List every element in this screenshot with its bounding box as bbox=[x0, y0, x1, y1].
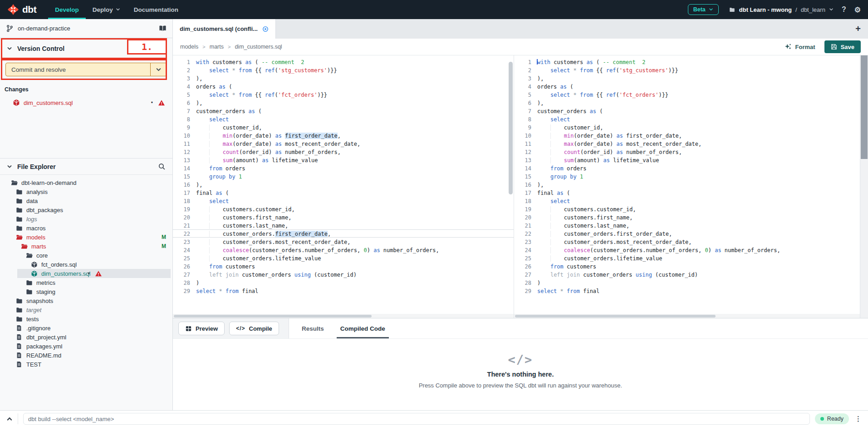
code-line[interactable]: 8 select bbox=[514, 115, 860, 123]
tree-item-tests[interactable]: tests bbox=[0, 314, 172, 323]
unsaved-indicator-icon[interactable] bbox=[262, 26, 269, 32]
code-line[interactable]: 28) bbox=[514, 278, 860, 287]
code-line[interactable]: 1with customers as ( -- comment 2 bbox=[173, 58, 514, 66]
chevron-up-icon[interactable] bbox=[6, 416, 13, 422]
tree-item-staging[interactable]: staging bbox=[0, 287, 172, 296]
code-line[interactable]: 2 select * from {{ ref('stg_customers')}… bbox=[514, 66, 860, 74]
left-pane-hscrollbar[interactable] bbox=[173, 314, 514, 318]
version-control-header[interactable]: Version Control bbox=[0, 38, 172, 59]
format-button[interactable]: Format bbox=[785, 43, 815, 50]
compile-button[interactable]: </> Compile bbox=[229, 322, 279, 335]
hscroll-thumb[interactable] bbox=[174, 315, 372, 318]
tab-dim-customers[interactable]: dim_customers.sql (confli... bbox=[173, 19, 276, 39]
tree-item-TEST[interactable]: TEST bbox=[0, 360, 172, 369]
overview-ruler[interactable] bbox=[860, 55, 868, 318]
code-line[interactable]: 29select * from final bbox=[514, 287, 860, 295]
code-line[interactable]: 18 select bbox=[173, 197, 514, 205]
tree-item-dbt_project.yml[interactable]: dbt_project.yml bbox=[0, 333, 172, 342]
code-line[interactable]: 28) bbox=[173, 278, 514, 287]
code-line[interactable]: 10 min(order_date) as first_order_date, bbox=[514, 131, 860, 139]
tree-item-metrics[interactable]: metrics bbox=[0, 278, 172, 287]
nav-documentation[interactable]: Documentation bbox=[127, 0, 185, 19]
code-line[interactable]: 24 coalesce(customer_orders.number_of_or… bbox=[173, 246, 514, 254]
tab-results[interactable]: Results bbox=[302, 318, 324, 338]
tree-item-dbt-learn-on-demand[interactable]: dbt-learn-on-demand bbox=[0, 178, 172, 187]
code-line[interactable]: 19 customers.customer_id, bbox=[514, 205, 860, 213]
code-line[interactable]: 12 count(order_id) as number_of_orders, bbox=[514, 148, 860, 156]
code-line[interactable]: 7customer_orders as ( bbox=[514, 107, 860, 115]
help-icon[interactable]: ? bbox=[842, 5, 846, 14]
code-line[interactable]: 21 customers.last_name, bbox=[173, 221, 514, 229]
code-line[interactable]: 12 count(order_id) as number_of_orders, bbox=[173, 148, 514, 156]
editor-pane-left[interactable]: 1with customers as ( -- comment 22 selec… bbox=[173, 55, 514, 318]
right-pane-hscrollbar[interactable] bbox=[514, 314, 860, 318]
nav-develop[interactable]: Develop bbox=[48, 0, 86, 19]
code-line[interactable]: 19 customers.customer_id, bbox=[173, 205, 514, 213]
code-line[interactable]: 27 left join customer_orders using (cust… bbox=[173, 270, 514, 278]
tree-item-marts[interactable]: martsM bbox=[0, 242, 172, 251]
tree-item-dbt_packages[interactable]: dbt_packages bbox=[0, 205, 172, 214]
code-line[interactable]: 4orders as ( bbox=[173, 82, 514, 90]
hscroll-thumb[interactable] bbox=[515, 315, 716, 318]
branch-row[interactable]: on-demand-practice bbox=[0, 19, 172, 38]
preview-button[interactable]: Preview bbox=[178, 322, 225, 335]
command-input[interactable] bbox=[23, 413, 810, 425]
code-line[interactable]: 24 coalesce(customer_orders.number_of_or… bbox=[514, 246, 860, 254]
code-line[interactable]: 29select * from final bbox=[173, 287, 514, 295]
file-explorer-header[interactable]: File Explorer bbox=[0, 159, 172, 175]
tree-item-analysis[interactable]: analysis bbox=[0, 187, 172, 196]
editor-pane-right[interactable]: 1with customers as ( -- comment 22 selec… bbox=[514, 55, 860, 318]
code-line[interactable]: 14 from orders bbox=[514, 164, 860, 172]
tree-item-models[interactable]: modelsM bbox=[0, 233, 172, 242]
code-line[interactable]: 9 customer_id, bbox=[173, 123, 514, 131]
overview-ruler-thumb[interactable] bbox=[861, 55, 868, 159]
save-button[interactable]: Save bbox=[824, 40, 861, 53]
tree-item-data[interactable]: data bbox=[0, 196, 172, 205]
tree-item-snapshots[interactable]: snapshots bbox=[0, 296, 172, 305]
code-line[interactable]: 17final as ( bbox=[173, 189, 514, 197]
code-line[interactable]: 25 customer_orders.lifetime_value bbox=[514, 254, 860, 262]
tree-item-macros[interactable]: macros bbox=[0, 223, 172, 233]
code-line[interactable]: 11 max(order_date) as most_recent_order_… bbox=[173, 139, 514, 148]
kebab-menu-icon[interactable]: ⋮ bbox=[855, 415, 862, 423]
code-line[interactable]: 3), bbox=[514, 74, 860, 82]
left-pane-scrollbar[interactable] bbox=[509, 62, 513, 194]
tree-item-dim_customers.sql[interactable]: dim_customers.sql• bbox=[0, 269, 172, 278]
code-line[interactable]: 6), bbox=[173, 99, 514, 107]
search-icon[interactable] bbox=[158, 163, 166, 170]
commit-and-resolve-button[interactable]: Commit and resolve bbox=[5, 63, 167, 76]
code-line[interactable]: 16), bbox=[173, 180, 514, 189]
code-line[interactable]: 3), bbox=[173, 74, 514, 82]
code-line[interactable]: 23 customer_orders.most_recent_order_dat… bbox=[173, 238, 514, 246]
tree-item-packages.yml[interactable]: packages.yml bbox=[0, 342, 172, 351]
code-line[interactable]: 17final as ( bbox=[514, 189, 860, 197]
tree-item-.gitignore[interactable]: .gitignore bbox=[0, 323, 172, 333]
code-line[interactable]: 16), bbox=[514, 180, 860, 189]
code-line[interactable]: 21 customers.last_name, bbox=[514, 221, 860, 229]
tree-item-fct_orders.sql[interactable]: fct_orders.sql bbox=[0, 260, 172, 269]
code-line[interactable]: 5 select * from {{ ref('fct_orders')}} bbox=[173, 90, 514, 99]
breadcrumb-file[interactable]: dim_customers.sql bbox=[235, 44, 282, 50]
changed-file-dim-customers[interactable]: dim_customers.sql • bbox=[5, 97, 168, 108]
code-line[interactable]: 5 select * from {{ ref('fct_orders')}} bbox=[514, 90, 860, 99]
tree-item-core[interactable]: core bbox=[0, 251, 172, 260]
code-line[interactable]: 8 select bbox=[173, 115, 514, 123]
tree-item-logs[interactable]: logs bbox=[0, 214, 172, 223]
code-line[interactable]: 26 from customers bbox=[514, 262, 860, 270]
code-line[interactable]: 20 customers.first_name, bbox=[514, 213, 860, 221]
book-icon[interactable] bbox=[159, 25, 167, 32]
nav-deploy[interactable]: Deploy bbox=[86, 0, 127, 19]
code-line[interactable]: 1with customers as ( -- comment 2 bbox=[514, 58, 860, 66]
account-switcher[interactable]: dbt Learn - mwong / dbt_learn bbox=[729, 6, 834, 13]
code-line[interactable]: 25 customer_orders.lifetime_value bbox=[173, 254, 514, 262]
code-line[interactable]: 22 customer_orders.first_order_date, bbox=[514, 229, 860, 238]
commit-dropdown-caret[interactable] bbox=[150, 63, 167, 76]
code-line[interactable]: 7customer_orders as ( bbox=[173, 107, 514, 115]
beta-button[interactable]: Beta bbox=[688, 4, 719, 15]
code-line[interactable]: 15 group by 1 bbox=[173, 172, 514, 180]
tree-item-target[interactable]: target bbox=[0, 305, 172, 314]
dbt-logo[interactable]: dbt bbox=[7, 4, 36, 15]
code-line[interactable]: 22 customer_orders.first_order_date, bbox=[173, 229, 514, 238]
code-line[interactable]: 18 select bbox=[514, 197, 860, 205]
code-line[interactable]: 20 customers.first_name, bbox=[173, 213, 514, 221]
